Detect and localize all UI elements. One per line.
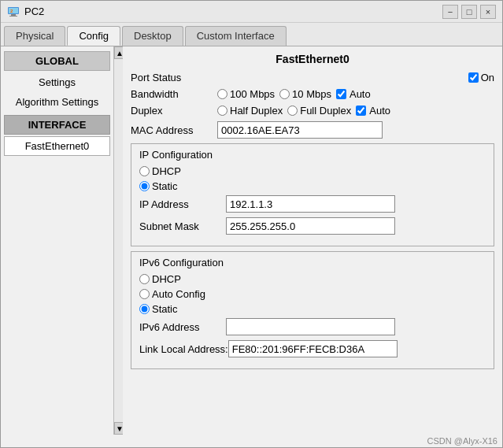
close-button[interactable]: × [480, 5, 496, 19]
ip-address-label: IP Address [139, 198, 226, 210]
half-duplex-radio[interactable] [217, 106, 227, 116]
subnet-mask-label: Subnet Mask [139, 220, 226, 232]
bandwidth-10-option: 10 Mbps [279, 88, 331, 100]
port-status-checkbox-group: On [468, 72, 494, 83]
duplex-options: Half Duplex Full Duplex Auto [217, 105, 494, 117]
mac-input[interactable] [217, 121, 383, 139]
ip-address-input[interactable] [226, 195, 395, 213]
full-duplex-radio[interactable] [287, 106, 298, 116]
ip-static-option: Static [139, 180, 178, 192]
link-local-row: Link Local Address: [139, 340, 486, 357]
tab-config[interactable]: Config [67, 26, 120, 46]
minimize-button[interactable]: − [442, 5, 458, 19]
bandwidth-row: Bandwidth 100 Mbps 10 Mbps Auto [131, 88, 494, 100]
tab-bar: Physical Config Desktop Custom Interface [1, 23, 502, 46]
ip-dhcp-option: DHCP [139, 165, 181, 177]
ipv6-static-row: Static [139, 303, 486, 315]
ip-dhcp-label: DHCP [152, 165, 181, 177]
tab-desktop[interactable]: Desktop [122, 26, 183, 46]
ipv6-autoconfig-radio[interactable] [139, 289, 150, 299]
content-area: GLOBAL Settings Algorithm Settings INTER… [1, 46, 502, 435]
full-duplex-label: Full Duplex [300, 105, 351, 117]
sidebar-inner: GLOBAL Settings Algorithm Settings INTER… [1, 46, 113, 435]
sidebar-item-fastethernet[interactable]: FastEthernet0 [4, 136, 110, 156]
ipv6-config-section: IPv6 Configuration DHCP Auto Config [131, 251, 494, 369]
title-bar-left: 2 PC2 [7, 6, 44, 18]
subnet-mask-input[interactable] [226, 217, 395, 235]
ipv6-autoconfig-option: Auto Config [139, 288, 205, 300]
ip-dhcp-row: DHCP [139, 165, 486, 177]
link-local-label: Link Local Address: [139, 343, 228, 355]
title-bar: 2 PC2 − □ × [1, 1, 502, 23]
title-bar-buttons: − □ × [442, 5, 496, 19]
bandwidth-auto-checkbox[interactable] [336, 89, 346, 99]
ipv6-address-row: IPv6 Address [139, 318, 486, 335]
bandwidth-auto-label: Auto [350, 88, 371, 100]
svg-rect-2 [9, 16, 17, 17]
ipv6-dhcp-option: DHCP [139, 273, 181, 285]
app-icon: 2 [7, 6, 20, 18]
ipv6-dhcp-label: DHCP [152, 273, 181, 285]
ip-static-label: Static [152, 180, 178, 192]
window-title: PC2 [24, 6, 44, 17]
port-status-label: Port Status [131, 72, 217, 83]
bandwidth-auto-option: Auto [336, 88, 371, 100]
link-local-input[interactable] [228, 340, 398, 357]
ip-config-section: IP Configuration DHCP Static IP Address [131, 143, 494, 246]
bandwidth-10-label: 10 Mbps [292, 88, 331, 100]
sidebar-item-algorithm[interactable]: Algorithm Settings [4, 93, 110, 111]
tab-physical[interactable]: Physical [4, 26, 65, 46]
main-window: 2 PC2 − □ × Physical Config Desktop Cust… [0, 0, 503, 448]
panel-title: FastEthernet0 [131, 53, 494, 65]
main-panel: FastEthernet0 Port Status On Bandwidth 1… [123, 46, 502, 435]
ip-address-row: IP Address [139, 195, 486, 213]
svg-rect-1 [11, 14, 16, 16]
ipv6-address-label: IPv6 Address [139, 321, 226, 333]
half-duplex-label: Half Duplex [230, 105, 283, 117]
sidebar-scrollbar: ▲ ▼ [113, 46, 123, 435]
port-status-on-label: On [481, 72, 494, 83]
ipv6-dhcp-row: DHCP [139, 273, 486, 285]
sidebar-interface-header[interactable]: INTERFACE [4, 115, 110, 135]
ipv6-static-option: Static [139, 303, 178, 315]
mac-row: MAC Address [131, 121, 494, 139]
ipv6-dhcp-radio[interactable] [139, 274, 150, 284]
duplex-label: Duplex [131, 105, 217, 117]
full-duplex-option: Full Duplex [287, 105, 351, 117]
port-status-checkbox[interactable] [468, 72, 479, 83]
sidebar: GLOBAL Settings Algorithm Settings INTER… [1, 46, 123, 435]
footer: CSDN @Alyx-X16 [1, 435, 502, 447]
duplex-row: Duplex Half Duplex Full Duplex Auto [131, 105, 494, 117]
ip-static-row: Static [139, 180, 486, 192]
bandwidth-label: Bandwidth [131, 88, 217, 100]
scroll-track [114, 59, 123, 422]
duplex-auto-label: Auto [369, 105, 390, 117]
ip-config-title: IP Configuration [139, 149, 486, 161]
sidebar-item-settings[interactable]: Settings [4, 73, 110, 91]
tab-custom-interface[interactable]: Custom Interface [185, 26, 287, 46]
port-status-row: Port Status On [131, 72, 494, 83]
bandwidth-100-radio[interactable] [217, 89, 227, 99]
duplex-auto-option: Auto [356, 105, 390, 117]
ipv6-config-title: IPv6 Configuration [139, 257, 486, 268]
maximize-button[interactable]: □ [461, 5, 477, 19]
ip-dhcp-radio[interactable] [139, 166, 150, 176]
bandwidth-10-radio[interactable] [279, 89, 290, 99]
sidebar-global-header[interactable]: GLOBAL [4, 51, 110, 71]
bandwidth-options: 100 Mbps 10 Mbps Auto [217, 88, 494, 100]
mac-label: MAC Address [131, 124, 217, 136]
subnet-mask-row: Subnet Mask [139, 217, 486, 235]
ipv6-autoconfig-label: Auto Config [152, 288, 205, 300]
bandwidth-100-label: 100 Mbps [230, 88, 275, 100]
footer-text: CSDN @Alyx-X16 [427, 436, 497, 446]
half-duplex-option: Half Duplex [217, 105, 283, 117]
ipv6-address-input[interactable] [226, 318, 395, 335]
ipv6-static-label: Static [152, 303, 178, 315]
ipv6-autoconfig-row: Auto Config [139, 288, 486, 300]
bandwidth-100-option: 100 Mbps [217, 88, 275, 100]
ipv6-static-radio[interactable] [139, 304, 150, 314]
duplex-auto-checkbox[interactable] [356, 106, 366, 116]
ip-static-radio[interactable] [139, 181, 150, 191]
